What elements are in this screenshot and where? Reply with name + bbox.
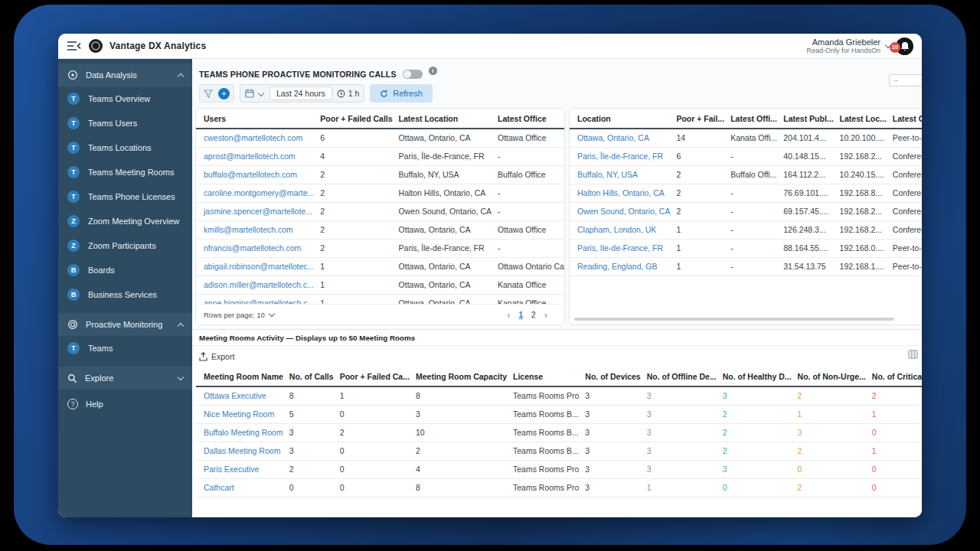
column-header[interactable]: No. of Devices [583,367,645,386]
row-link[interactable]: Buffalo, NY, USA [570,165,675,184]
column-header[interactable]: Latest Location [397,109,496,129]
row-link[interactable]: abigail.robinson@martellotec... [196,257,318,276]
column-header[interactable]: No. of Calls [288,367,338,386]
row-link[interactable]: anne.higgins@martellotech.c... [196,294,318,304]
column-header[interactable]: No. of Offline De... [645,367,721,386]
notification-badge: 10 [890,42,900,53]
row-link[interactable]: adison.miller@martellotech.c... [196,276,318,294]
row-link[interactable]: Owen Sound, Ontario, CA [570,202,675,220]
column-header[interactable]: Latest Call ... [891,109,922,129]
page-button-1[interactable]: 1 [519,311,524,319]
row-link[interactable]: Cathcart [196,478,288,497]
avatar[interactable]: 10 [896,37,913,55]
corner-select[interactable]: – [889,74,922,86]
sidebar-item-teams-phone-licenses[interactable]: T Teams Phone Licenses [58,184,192,209]
table-cell: 2 [721,423,796,442]
row-link[interactable]: Paris, Ile-de-France, FR [570,239,675,257]
row-link[interactable]: Halton Hills, Ontario, CA [570,184,675,202]
user-menu[interactable]: Amanda Griebeler Read-Only for HandsOn 1… [806,37,913,55]
info-icon[interactable]: i [429,67,437,75]
sidebar-section-data-analysis[interactable]: Data Analysis [58,64,192,86]
row-link[interactable]: Dallas Meeting Room [196,442,288,460]
column-header[interactable]: Poor + Failed Calls [318,109,397,129]
chevron-down-icon[interactable] [258,90,264,96]
table-cell: - [729,147,782,165]
export-button[interactable]: Export [199,352,234,361]
column-header[interactable]: Location [570,109,675,129]
row-link[interactable]: Clapham, London, UK [570,220,675,239]
sidebar-item-proactive-teams[interactable]: T Teams [58,336,192,360]
column-header[interactable]: No. of Critical D... [871,367,922,386]
row-link[interactable]: caroline.montgomery@marte... [196,184,318,202]
row-link[interactable]: buffalo@martellotech.com [196,165,318,184]
row-link[interactable]: Nice Meeting Room [196,405,288,423]
column-header[interactable]: No. of Non-Urge... [796,367,871,386]
row-link[interactable]: nfrancis@martellotech.com [196,239,318,257]
table-cell: 14 [675,129,729,147]
table-cell: 192.168.2... [838,147,891,165]
sidebar-item-teams-users[interactable]: T Teams Users [58,111,192,135]
sidebar-section-explore[interactable]: Explore [58,367,192,390]
table-cell: Teams Rooms B... [511,405,583,423]
users-table: UsersPoor + Failed CallsLatest LocationL… [196,109,564,304]
table-cell: 0 [338,478,414,497]
sidebar-section-proactive-monitoring[interactable]: Proactive Monitoring [58,313,192,336]
add-filter-button[interactable]: + [218,88,230,99]
filter-icon[interactable] [204,90,213,98]
sidebar-item-business-services[interactable]: B Business Services [58,282,192,307]
table-cell: 126.248.3... [782,220,838,239]
column-header[interactable]: Meeting Room Name [196,367,288,386]
column-header[interactable]: Poor + Failed Ca... [338,367,414,386]
row-link[interactable]: Paris, Île-de-France, FR [570,147,675,165]
refresh-button[interactable]: Refresh [370,84,433,103]
interval-control[interactable]: 1 h [337,89,360,98]
sidebar-collapse-icon[interactable] [67,41,82,51]
sidebar-item-teams-locations[interactable]: T Teams Locations [58,135,192,160]
row-link[interactable]: Ottawa Executive [196,386,288,405]
sidebar-item-boards[interactable]: B Boards [58,258,192,282]
monitoring-calls-toggle[interactable] [403,70,423,79]
row-link[interactable]: aprost@martellotech.com [196,147,318,165]
page-button-2[interactable]: 2 [531,311,536,319]
proactive-monitoring-icon [67,319,78,330]
column-header[interactable]: Latest Office [496,109,564,129]
row-link[interactable]: cweston@martellotech.com [196,129,318,147]
table-cell: 3 [414,405,511,423]
sidebar-item-help[interactable]: ? Help [58,393,192,416]
column-header[interactable]: License [511,367,583,386]
table-cell: Conference [891,165,922,184]
column-header[interactable]: Users [196,109,318,129]
table-cell: 0 [796,460,871,478]
sidebar-item-zoom-participants[interactable]: Z Zoom Participants [58,233,192,258]
teams-badge-icon: T [67,93,80,105]
row-link[interactable]: kmills@martellotech.com [196,220,318,239]
sidebar-item-teams-meeting-rooms[interactable]: T Teams Meeting Rooms [58,160,192,184]
column-header[interactable]: Meeting Room Capacity [414,367,511,386]
item-label: Help [86,399,103,409]
column-header[interactable]: Latest Loc... [838,109,891,129]
table-cell: Ottawa Ontario Canada ... [496,257,564,276]
time-range-value[interactable]: Last 24 hours [270,86,332,100]
prev-page-icon[interactable]: ‹ [507,309,510,321]
column-header[interactable]: Latest Offi... [729,109,782,129]
sidebar-item-zoom-meeting-overview[interactable]: Z Zoom Meeting Overview [58,209,192,233]
table-cell: Teams Rooms Pro [511,478,583,497]
column-header[interactable]: No. of Healthy D... [721,367,796,386]
table-cell: Peer-to-peer [891,129,922,147]
row-link[interactable]: Reading, England, GB [570,257,675,276]
table-cell: 3 [721,460,796,478]
calendar-icon[interactable] [245,89,254,98]
row-link[interactable]: Paris Executive [196,460,288,478]
column-header[interactable]: Latest Publ... [782,109,838,129]
clock-icon [337,90,345,98]
next-page-icon[interactable]: › [544,309,547,321]
column-header[interactable]: Poor + Fail... [675,109,729,129]
horizontal-scrollbar[interactable] [574,318,894,321]
item-label: Business Services [88,290,157,299]
row-link[interactable]: Buffalo Meeting Room [196,423,288,442]
sidebar-item-teams-overview[interactable]: T Teams Overview [58,86,192,111]
column-settings-icon[interactable] [908,350,918,359]
rows-per-page-select[interactable]: Rows per page: 10 [204,311,274,319]
row-link[interactable]: Ottawa, Ontario, CA [570,129,675,147]
row-link[interactable]: jasmine.spencer@martellote... [196,202,318,220]
